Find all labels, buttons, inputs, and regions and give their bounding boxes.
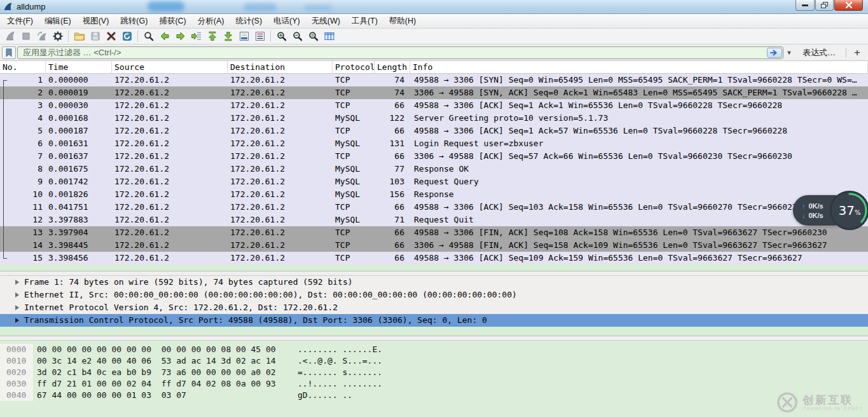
menu-item-go[interactable]: 跳转(G) [114, 14, 153, 29]
find-packet-button[interactable] [141, 29, 156, 44]
colorize-button[interactable] [252, 29, 268, 44]
packet-length: 103 [375, 175, 410, 188]
column-header-time[interactable]: Time [46, 61, 112, 74]
packet-row[interactable]: 80.001675172.20.61.2172.20.61.2MySQL77Re… [0, 163, 868, 175]
packet-no: 15 [0, 252, 46, 264]
go-to-packet-button[interactable] [188, 29, 204, 44]
packet-no: 13 [0, 226, 46, 239]
packet-no: 11 [0, 201, 46, 214]
packet-source: 172.20.61.2 [112, 163, 228, 175]
reload-file-button[interactable] [119, 29, 135, 44]
apply-filter-button[interactable] [767, 48, 782, 58]
packet-row[interactable]: 153.398456172.20.61.2172.20.61.2TCP66495… [0, 252, 868, 264]
column-header-length[interactable]: Length [375, 61, 410, 74]
memory-usage-ball[interactable]: 37% [829, 190, 868, 231]
display-filter-input[interactable] [17, 46, 783, 59]
hex-row[interactable]: 00203d 02 c1 b4 0c ea b0 b9 73 a6 00 00 … [0, 367, 868, 378]
menu-item-help[interactable]: 帮助(H) [383, 14, 422, 29]
hex-row[interactable]: 001000 3c 14 e2 40 00 40 06 53 ad ac 14 … [0, 355, 868, 367]
restart-capture-button[interactable] [34, 29, 50, 44]
detail-row[interactable]: Transmission Control Protocol, Src Port:… [0, 314, 868, 327]
menu-item-statistics[interactable]: 统计(S) [230, 14, 268, 29]
upload-speed: 0K/s [809, 202, 823, 210]
column-header-protocol[interactable]: Protocol [333, 61, 375, 74]
column-header-destination[interactable]: Destination [228, 61, 333, 74]
menu-item-tools[interactable]: 工具(T) [346, 14, 383, 29]
column-header-no[interactable]: No. [0, 61, 46, 74]
packet-no: 6 [0, 137, 46, 150]
packet-row[interactable]: 143.398445172.20.61.2172.20.61.2TCP66330… [0, 239, 868, 252]
packet-length: 66 [375, 239, 410, 252]
watermark-name: 创新互联 [803, 395, 863, 406]
go-forward-button[interactable] [172, 29, 188, 44]
go-back-button[interactable] [156, 29, 172, 44]
detail-row[interactable]: Ethernet II, Src: 00:00:00_00:00:00 (00:… [0, 289, 868, 301]
packet-row[interactable]: 40.000168172.20.61.2172.20.61.2MySQL122S… [0, 112, 868, 125]
toolbar-separator [137, 31, 138, 42]
pane-splitter[interactable] [0, 271, 868, 276]
packet-row[interactable]: 30.000030172.20.61.2172.20.61.2TCP664958… [0, 99, 868, 112]
packet-row[interactable]: 70.001637172.20.61.2172.20.61.2TCP663306… [0, 150, 868, 163]
packet-source: 172.20.61.2 [112, 201, 228, 214]
filter-bookmark-button[interactable] [2, 46, 16, 59]
close-button[interactable] [834, 0, 863, 11]
packet-destination: 172.20.61.2 [228, 137, 333, 150]
menu-item-analyze[interactable]: 分析(A) [192, 14, 230, 29]
packet-row[interactable]: 50.000187172.20.61.2172.20.61.2TCP664958… [0, 125, 868, 137]
hex-row[interactable]: 000000 00 00 00 00 00 00 00 00 00 00 00 … [0, 344, 868, 355]
restore-button[interactable] [815, 0, 834, 11]
minimize-button[interactable] [796, 0, 815, 11]
hex-row[interactable]: 004067 44 00 00 00 00 01 03 03 07gD.....… [0, 390, 868, 401]
resize-columns-icon [324, 31, 335, 42]
expand-arrow-icon[interactable] [15, 292, 19, 297]
start-capture-button[interactable] [2, 29, 18, 44]
filter-dropdown-caret[interactable]: ▼ [785, 50, 794, 56]
packet-row[interactable]: 90.001742172.20.61.2172.20.61.2MySQL103R… [0, 175, 868, 188]
expression-button[interactable]: 表达式… [796, 47, 842, 58]
download-arrow-icon: ↓ [802, 212, 806, 219]
menu-item-edit[interactable]: 编辑(E) [39, 14, 77, 29]
packet-row[interactable]: 60.001631172.20.61.2172.20.61.2MySQL131L… [0, 137, 868, 150]
packet-time: 0.001675 [46, 163, 112, 175]
detail-row[interactable]: Frame 1: 74 bytes on wire (592 bits), 74… [0, 276, 868, 289]
expand-arrow-icon[interactable] [15, 305, 19, 310]
add-filter-button[interactable]: + [850, 46, 864, 59]
open-file-button[interactable] [71, 29, 87, 44]
net-speed-widget[interactable]: ↑ 0K/s ↓ 0K/s 37% [789, 190, 868, 231]
expand-arrow-icon[interactable] [15, 318, 19, 323]
packet-row[interactable]: 110.041751172.20.61.2172.20.61.2TCP66495… [0, 201, 868, 214]
zoom-in-button[interactable] [273, 29, 289, 44]
go-first-button[interactable] [204, 29, 220, 44]
auto-scroll-button[interactable] [236, 29, 252, 44]
packet-time: 0.000168 [46, 112, 112, 125]
column-header-info[interactable]: Info [410, 61, 868, 74]
stop-capture-button[interactable] [18, 29, 34, 44]
column-header-source[interactable]: Source [112, 61, 228, 74]
packet-row[interactable]: 10.000000172.20.61.2172.20.61.2TCP744958… [0, 74, 868, 86]
hex-row[interactable]: 0030ff d7 21 01 00 00 02 04 ff d7 04 02 … [0, 378, 868, 390]
packet-row[interactable]: 123.397883172.20.61.2172.20.61.2MySQL71R… [0, 214, 868, 226]
menu-item-capture[interactable]: 捕获(C) [153, 14, 191, 29]
pane-splitter[interactable] [0, 336, 868, 341]
menu-item-view[interactable]: 视图(V) [77, 14, 115, 29]
packet-row[interactable]: 100.001826172.20.61.2172.20.61.2MySQL156… [0, 188, 868, 201]
find-packet-icon [143, 31, 155, 42]
toolbar-separator [270, 31, 271, 42]
menu-item-telephony[interactable]: 电话(Y) [268, 14, 306, 29]
packet-row[interactable]: 133.397904172.20.61.2172.20.61.2TCP66495… [0, 226, 868, 239]
save-file-button[interactable] [87, 29, 103, 44]
capture-options-button[interactable] [50, 29, 65, 44]
close-file-button[interactable] [103, 29, 119, 44]
packet-info: 49588 → 3306 [SYN] Seq=0 Win=65495 Len=0… [410, 74, 868, 86]
zoom-original-button[interactable] [305, 29, 321, 44]
zoom-out-button[interactable] [289, 29, 305, 44]
resize-columns-button[interactable] [321, 29, 337, 44]
menu-item-file[interactable]: 文件(F) [1, 14, 39, 29]
packet-destination: 172.20.61.2 [228, 175, 333, 188]
detail-row[interactable]: Internet Protocol Version 4, Src: 172.20… [0, 301, 868, 314]
packet-row[interactable]: 20.000019172.20.61.2172.20.61.2TCP743306… [0, 86, 868, 99]
packet-source: 172.20.61.2 [112, 226, 228, 239]
menu-item-wireless[interactable]: 无线(W) [306, 14, 346, 29]
go-last-button[interactable] [220, 29, 236, 44]
expand-arrow-icon[interactable] [15, 280, 19, 285]
